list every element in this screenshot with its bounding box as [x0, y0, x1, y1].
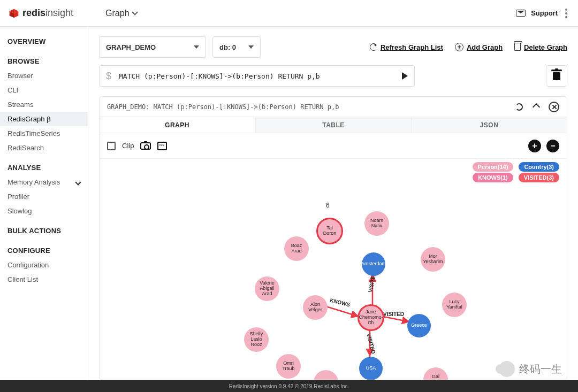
breadcrumb-graph[interactable]: Graph [105, 9, 136, 18]
node-usa[interactable]: USA [359, 357, 383, 380]
sidebar-item-configuration[interactable]: Configuration [0, 258, 88, 272]
delete-graph-button[interactable]: Delete Graph [514, 43, 567, 51]
logo-bold: redis [22, 7, 45, 18]
svg-line-5 [383, 317, 410, 322]
sidebar-item-slowlog[interactable]: Slowlog [0, 204, 88, 218]
zoom-out-button[interactable]: − [546, 140, 559, 152]
node-jane[interactable]: Jane Chernomo-rth [358, 304, 384, 331]
plus-circle-icon: + [455, 43, 463, 51]
chevron-down-icon [132, 9, 138, 15]
sidebar-item-redisearch[interactable]: RediSearch [0, 141, 88, 155]
redis-cube-icon [9, 8, 19, 19]
sidebar-item-memory[interactable]: Memory Analysis [0, 175, 88, 189]
section-browse: BROWSE [0, 54, 88, 68]
sidebar-item-streams[interactable]: Streams [0, 97, 88, 112]
section-bulk: BULK ACTIONS [0, 224, 88, 238]
node-greece[interactable]: Greece [407, 314, 431, 337]
clip-checkbox[interactable] [107, 142, 116, 150]
sidebar-item-profiler[interactable]: Profiler [0, 189, 88, 204]
node-tal-doron[interactable]: Tal Doron [316, 218, 343, 244]
collapse-button[interactable] [533, 103, 540, 110]
sidebar-item-redisgraph[interactable]: RedisGraph β [0, 112, 88, 126]
trash-icon [553, 72, 560, 80]
section-configure: CONFIGURE [0, 243, 88, 258]
edge-visited-3: VISITED [366, 333, 376, 354]
topbar: redisinsight Graph Support [0, 0, 578, 27]
lonely-node-label: 6 [326, 202, 330, 209]
clip-label: Clip [122, 142, 134, 150]
graph-canvas[interactable]: 6 KNOWS VISITED VISITED VISITED Tal Doro… [100, 186, 567, 380]
node-omri[interactable]: Omri Traub [276, 354, 301, 379]
tab-graph[interactable]: GRAPH [100, 117, 255, 133]
sidebar: OVERVIEW BROWSE Browser CLI Streams Redi… [0, 27, 88, 380]
kebab-menu[interactable] [563, 6, 569, 20]
app-logo: redisinsight [9, 7, 73, 19]
node-gal[interactable]: Gal Derriere [423, 367, 448, 380]
refresh-icon [370, 43, 377, 51]
node-shelly[interactable]: Shelly Laslo Rooz [244, 327, 269, 352]
add-graph-button[interactable]: + Add Graph [455, 43, 503, 51]
node-boaz-arad[interactable]: Boaz Arad [284, 236, 309, 261]
dropdown-icon [248, 45, 254, 49]
legend-knows[interactable]: KNOWS(1) [473, 173, 513, 182]
logo-light: insight [45, 7, 73, 18]
zoom-in-button[interactable]: + [528, 140, 541, 152]
node-lucy[interactable]: Lucy Yaniftal [442, 293, 467, 317]
legend-country[interactable]: Country(3) [519, 162, 559, 172]
query-input-box[interactable]: $ MATCH (p:Person)-[:KNOWS]->(b:Person) … [99, 65, 415, 87]
sidebar-item-clientlist[interactable]: Client List [0, 272, 88, 287]
screenshot-button[interactable] [140, 142, 151, 150]
tab-json[interactable]: JSON [411, 117, 567, 133]
graph-select-value: GRAPH_DEMO [106, 43, 156, 51]
tab-table[interactable]: TABLE [255, 117, 411, 133]
result-panel: GRAPH_DEMO: MATCH (p:Person)-[:KNOWS]->(… [99, 96, 567, 380]
node-amsterdam[interactable]: Amsterdam [362, 252, 385, 276]
graph-select[interactable]: GRAPH_DEMO [99, 36, 206, 58]
sidebar-item-cli[interactable]: CLI [0, 83, 88, 97]
breadcrumb-label: Graph [105, 9, 129, 18]
db-select-value: db: 0 [219, 43, 236, 51]
footer: RedisInsight version 0.9.42 © 2019 Redis… [0, 380, 578, 392]
section-overview[interactable]: OVERVIEW [0, 34, 88, 49]
query-text[interactable]: MATCH (p:Person)-[:KNOWS]->(b:Person) RE… [119, 72, 394, 80]
refresh-graph-list-button[interactable]: Refresh Graph List [370, 43, 443, 51]
close-result-button[interactable] [549, 102, 559, 112]
svg-line-3 [324, 306, 359, 317]
node-ori[interactable]: Ori Laslo [314, 370, 338, 380]
caret-down-icon [75, 179, 81, 185]
graph-edges [100, 186, 567, 380]
result-title: GRAPH_DEMO: MATCH (p:Person)-[:KNOWS]->(… [107, 103, 339, 111]
dropdown-icon [194, 45, 199, 49]
trash-icon [514, 43, 521, 51]
node-noam-nativ[interactable]: Noam Nativ [364, 211, 389, 236]
support-link[interactable]: Support [531, 9, 558, 17]
sidebar-item-browser[interactable]: Browser [0, 68, 88, 83]
node-mor-yesharim[interactable]: Mor Yesharim [421, 247, 445, 272]
edge-knows: KNOWS [329, 297, 351, 308]
envelope-icon [516, 10, 526, 17]
result-tabs: GRAPH TABLE JSON [100, 117, 567, 133]
legend-person[interactable]: Person(14) [473, 162, 514, 172]
edge-visited-2: VISITED [383, 311, 404, 317]
sidebar-item-redistimeseries[interactable]: RedisTimeSeries [0, 126, 88, 141]
export-button[interactable] [157, 142, 167, 150]
footer-text: RedisInsight version 0.9.42 © 2019 Redis… [229, 383, 349, 389]
node-alon-velger[interactable]: Alon Velger [303, 295, 328, 320]
main-panel: GRAPH_DEMO db: 0 Refresh Graph List + Ad… [88, 27, 578, 380]
refresh-result-button[interactable] [514, 102, 524, 112]
clear-query-button[interactable] [546, 65, 567, 87]
db-select[interactable]: db: 0 [212, 36, 261, 58]
run-query-button[interactable] [402, 72, 408, 80]
prompt-icon: $ [106, 71, 111, 82]
section-analyse: ANALYSE [0, 160, 88, 175]
legend-visited[interactable]: VISITED(3) [519, 173, 559, 182]
node-valerie[interactable]: Valerie Abigail Arad [255, 276, 279, 301]
